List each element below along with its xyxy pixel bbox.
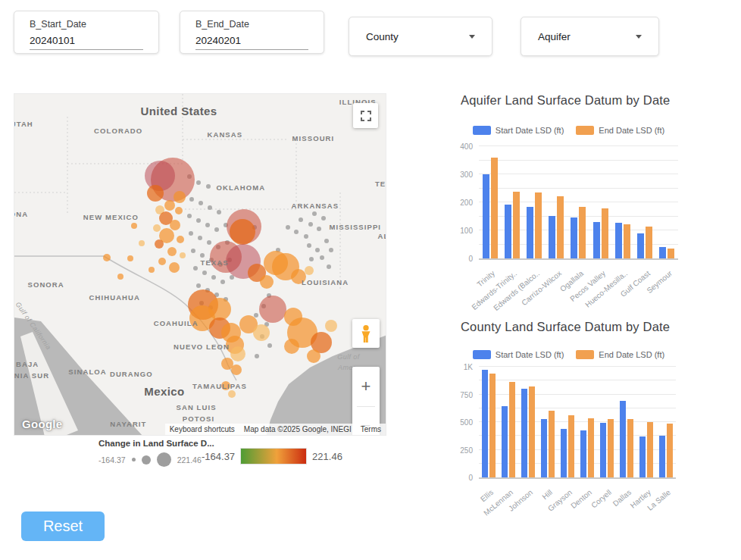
- bar: [535, 192, 542, 258]
- map-attribution: Keyboard shortcuts Map data ©2025 Google…: [165, 424, 386, 435]
- bar: [521, 389, 527, 477]
- map-dot: [187, 214, 192, 218]
- bar-group-carrizo-wilcox: [546, 148, 567, 258]
- ytick-label: 0: [468, 474, 473, 482]
- bar: [568, 415, 574, 477]
- bar-group-hill: [538, 368, 558, 477]
- gradient-min-value: -164.37: [202, 451, 235, 462]
- map-dot: [214, 227, 219, 232]
- color-gradient-legend: -164.37 221.46: [202, 448, 342, 465]
- map-bubble: [147, 185, 164, 202]
- bar: [541, 419, 547, 477]
- map-dot: [309, 257, 314, 261]
- bar: [579, 207, 586, 258]
- bar-group-hartley: [636, 368, 656, 477]
- map-bubble: [177, 236, 184, 243]
- map-dot: [217, 210, 221, 214]
- size-dot-small: [132, 458, 136, 461]
- map-legend: Change in Land Surface D... -164.37 221.…: [14, 439, 386, 469]
- bar-group-pecos-valley: [589, 148, 611, 258]
- map-label-sonora: SONORA: [27, 280, 64, 289]
- zoom-in-button[interactable]: +: [352, 367, 380, 406]
- aquifer-chart-title: Aquifer Land Surface Datum by Date: [461, 93, 670, 108]
- map-label-potosi: POTOSI: [183, 414, 214, 422]
- map-bubble: [155, 239, 164, 249]
- map-dot: [315, 248, 320, 252]
- map-dot: [199, 201, 203, 205]
- map-dot: [220, 280, 225, 284]
- xtick-label: Denton: [570, 488, 594, 510]
- map-label-united-states: United States: [141, 105, 217, 117]
- end-date-input[interactable]: 20240201: [195, 35, 308, 50]
- bar: [482, 370, 488, 477]
- county-chart-title: County Land Surface Datum by Date: [461, 320, 670, 334]
- terms-link[interactable]: Terms: [356, 424, 386, 435]
- google-logo[interactable]: Google: [22, 418, 62, 430]
- chevron-down-icon: [636, 35, 642, 39]
- bar-group-la-salle: [656, 368, 676, 477]
- map-bubble: [158, 258, 166, 265]
- map-dot: [198, 236, 202, 240]
- xtick-label: Coryell: [589, 488, 613, 509]
- map-bubble: [127, 255, 133, 261]
- bar: [600, 423, 606, 477]
- map-label-missouri: MISSOURI: [292, 133, 335, 142]
- bar: [620, 401, 626, 477]
- bar-group-edwards-balco-: [523, 148, 545, 258]
- start-series-label: Start Date LSD (ft): [496, 350, 564, 359]
- ytick-label: 400: [460, 142, 473, 151]
- google-map[interactable]: United StatesMexicoUTAHCOLORADOKANSASMIS…: [14, 93, 386, 436]
- aquifer-chart-legend: Start Date LSD (ft) End Date LSD (ft): [453, 126, 684, 135]
- map-dot: [193, 266, 198, 271]
- map-dot: [299, 217, 303, 222]
- map-label-texas: TEXAS: [201, 258, 229, 266]
- map-label-arizona: ARIZONA: [14, 209, 28, 217]
- map-bubble: [231, 364, 242, 375]
- map-dot: [307, 243, 311, 248]
- map-dot: [196, 218, 201, 223]
- county-dropdown[interactable]: County: [349, 17, 492, 56]
- bar: [668, 249, 674, 258]
- bar-group-mclennan: [499, 368, 518, 477]
- map-bubble: [307, 349, 320, 363]
- bar: [513, 192, 520, 258]
- ytick-label: 250: [460, 446, 473, 455]
- bar: [491, 158, 498, 258]
- aquifer-dropdown[interactable]: Aquifer: [521, 17, 659, 56]
- map-label-arkansas: ARKANSAS: [292, 202, 339, 210]
- county-dropdown-label: County: [366, 31, 399, 42]
- map-bubble: [169, 262, 180, 273]
- pegman-button[interactable]: [352, 319, 380, 348]
- keyboard-shortcuts-link[interactable]: Keyboard shortcuts: [165, 424, 239, 435]
- map-label-al: AL: [378, 231, 386, 239]
- bar-group-johnson: [518, 368, 538, 477]
- map-bubble: [230, 219, 255, 245]
- bar: [588, 418, 594, 477]
- county-chart-yaxis: 02505007501K: [453, 368, 479, 479]
- start-date-input[interactable]: 20240101: [30, 35, 143, 50]
- map-dot: [191, 249, 195, 253]
- bar: [571, 217, 577, 258]
- bar: [608, 419, 614, 477]
- map-dot: [196, 180, 201, 185]
- map-bubble: [149, 267, 155, 273]
- bubble-size-legend: Change in Land Surface D... -164.37 221.…: [98, 439, 214, 467]
- map-bubble: [174, 191, 186, 203]
- map-label-chihuahua: CHIHUAHUA: [89, 293, 140, 301]
- bar: [659, 247, 666, 258]
- ytick-label: 200: [460, 199, 473, 207]
- end-series-swatch: [576, 126, 594, 135]
- start-series-swatch: [473, 350, 491, 359]
- bar: [489, 374, 496, 477]
- start-date-label: B_Start_Date: [14, 11, 158, 30]
- fullscreen-button[interactable]: [353, 103, 378, 128]
- bar: [529, 386, 535, 477]
- size-max-value: 221.46: [177, 455, 202, 465]
- map-dot: [196, 283, 201, 288]
- map-label-san-luis: SAN LUIS: [177, 403, 217, 411]
- reset-button[interactable]: Reset: [21, 512, 105, 541]
- map-label-kansas: KANSAS: [207, 130, 242, 138]
- map-label-nuevo-leon: NUEVO LEON: [174, 343, 230, 351]
- aquifer-dropdown-label: Aquifer: [538, 31, 571, 42]
- map-bubble: [230, 346, 245, 361]
